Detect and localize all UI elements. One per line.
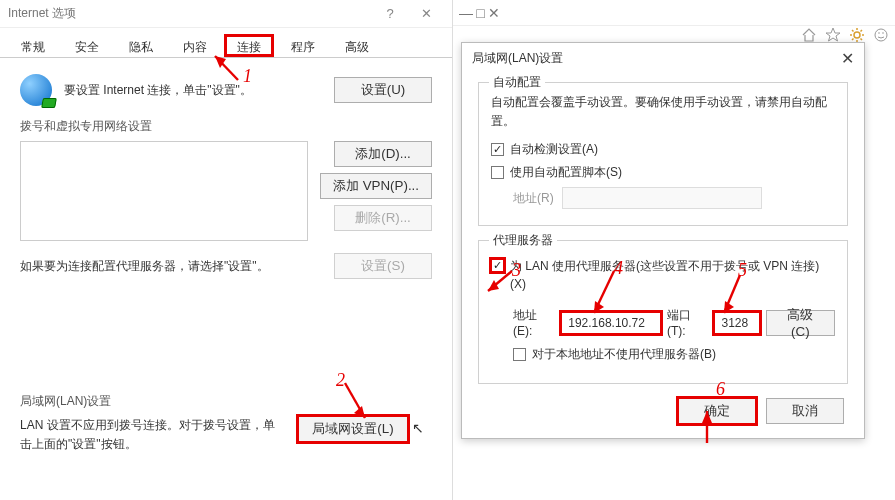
tab-privacy[interactable]: 隐私 [116, 34, 166, 57]
tab-content[interactable]: 内容 [170, 34, 220, 57]
lan-dialog-titlebar: 局域网(LAN)设置 ✕ [462, 43, 864, 74]
proxy-port-input[interactable]: 3128 [714, 312, 759, 334]
lan-group-title: 局域网(LAN)设置 [20, 393, 432, 410]
annotation-2: 2 [336, 370, 345, 391]
annotation-4: 4 [614, 258, 623, 279]
close-button[interactable]: ✕ [408, 6, 444, 21]
connection-settings-button: 设置(S) [334, 253, 432, 279]
cursor-icon: ↖ [412, 420, 424, 436]
tab-strip: 常规 安全 隐私 内容 连接 程序 高级 [0, 28, 452, 58]
gear-icon[interactable] [849, 27, 865, 43]
script-address-label: 地址(R) [513, 190, 554, 207]
dial-connections-list[interactable] [20, 141, 308, 241]
internet-options-dialog: Internet 选项 ? ✕ 常规 安全 隐私 内容 连接 程序 高级 要设置… [0, 0, 453, 500]
proxy-port-label: 端口(T): [667, 307, 709, 338]
internet-options-title: Internet 选项 [8, 5, 76, 22]
script-address-input [562, 187, 762, 209]
lan-dialog-close-button[interactable]: ✕ [841, 49, 854, 68]
auto-detect-checkbox[interactable]: 自动检测设置(A) [491, 141, 835, 158]
browser-window: — □ ✕ [453, 0, 895, 500]
use-script-cb-icon [491, 166, 504, 179]
star-icon[interactable] [825, 27, 841, 43]
annotation-5: 5 [738, 260, 747, 281]
setup-button[interactable]: 设置(U) [334, 77, 432, 103]
setup-text: 要设置 Internet 连接，单击"设置"。 [64, 82, 322, 99]
svg-point-4 [854, 32, 860, 38]
proxy-address-input[interactable]: 192.168.10.72 [561, 312, 661, 334]
svg-point-6 [878, 32, 880, 34]
use-script-checkbox[interactable]: 使用自动配置脚本(S) [491, 164, 835, 181]
lan-settings-dialog: 局域网(LAN)设置 ✕ 自动配置 自动配置会覆盖手动设置。要确保使用手动设置，… [461, 42, 865, 439]
internet-options-titlebar: Internet 选项 ? ✕ [0, 0, 452, 28]
proxy-legend: 代理服务器 [489, 232, 557, 249]
auto-config-legend: 自动配置 [489, 74, 545, 91]
lan-settings-button[interactable]: 局域网设置(L) [298, 416, 408, 442]
proxy-note: 如果要为连接配置代理服务器，请选择"设置"。 [20, 258, 322, 275]
annotation-1: 1 [243, 66, 252, 87]
tab-general[interactable]: 常规 [8, 34, 58, 57]
window-close-button[interactable]: ✕ [488, 5, 500, 21]
use-proxy-label: 为 LAN 使用代理服务器(这些设置不用于拨号或 VPN 连接)(X) [510, 257, 835, 293]
bypass-local-checkbox[interactable]: 对于本地地址不使用代理服务器(B) [513, 346, 835, 363]
tab-programs[interactable]: 程序 [278, 34, 328, 57]
auto-detect-label: 自动检测设置(A) [510, 141, 598, 158]
add-button[interactable]: 添加(D)... [334, 141, 432, 167]
bypass-local-label: 对于本地地址不使用代理服务器(B) [532, 346, 716, 363]
annotation-6: 6 [716, 379, 725, 400]
proxy-advanced-button[interactable]: 高级(C) [766, 310, 835, 336]
proxy-address-label: 地址(E): [513, 307, 555, 338]
auto-detect-cb-icon [491, 143, 504, 156]
add-vpn-button[interactable]: 添加 VPN(P)... [320, 173, 432, 199]
svg-point-5 [875, 29, 887, 41]
lan-dialog-title: 局域网(LAN)设置 [472, 50, 563, 67]
home-icon[interactable] [801, 27, 817, 43]
svg-point-7 [882, 32, 884, 34]
smiley-icon[interactable] [873, 27, 889, 43]
minimize-button[interactable]: — [459, 5, 473, 21]
bypass-local-cb-icon [513, 348, 526, 361]
proxy-server-group: 代理服务器 为 LAN 使用代理服务器(这些设置不用于拨号或 VPN 连接)(X… [478, 240, 848, 384]
use-script-label: 使用自动配置脚本(S) [510, 164, 622, 181]
cancel-button[interactable]: 取消 [766, 398, 844, 424]
connections-panel: 要设置 Internet 连接，单击"设置"。 设置(U) 拨号和虚拟专用网络设… [0, 58, 452, 476]
remove-button: 删除(R)... [334, 205, 432, 231]
dial-group-title: 拨号和虚拟专用网络设置 [20, 118, 432, 135]
auto-config-group: 自动配置 自动配置会覆盖手动设置。要确保使用手动设置，请禁用自动配置。 自动检测… [478, 82, 848, 226]
maximize-button[interactable]: □ [476, 5, 484, 21]
auto-config-note: 自动配置会覆盖手动设置。要确保使用手动设置，请禁用自动配置。 [491, 93, 835, 131]
annotation-3: 3 [512, 260, 521, 281]
tab-connections[interactable]: 连接 [224, 34, 274, 57]
browser-topbar: — □ ✕ [453, 0, 895, 26]
help-button[interactable]: ? [372, 6, 408, 21]
ok-button[interactable]: 确定 [678, 398, 756, 424]
globe-icon [20, 74, 52, 106]
tab-advanced[interactable]: 高级 [332, 34, 382, 57]
use-proxy-checkbox[interactable]: 为 LAN 使用代理服务器(这些设置不用于拨号或 VPN 连接)(X) [491, 257, 835, 293]
use-proxy-cb-icon [491, 259, 504, 272]
tab-security[interactable]: 安全 [62, 34, 112, 57]
lan-note: LAN 设置不应用到拨号连接。对于拨号设置，单击上面的"设置"按钮。 [20, 416, 286, 454]
